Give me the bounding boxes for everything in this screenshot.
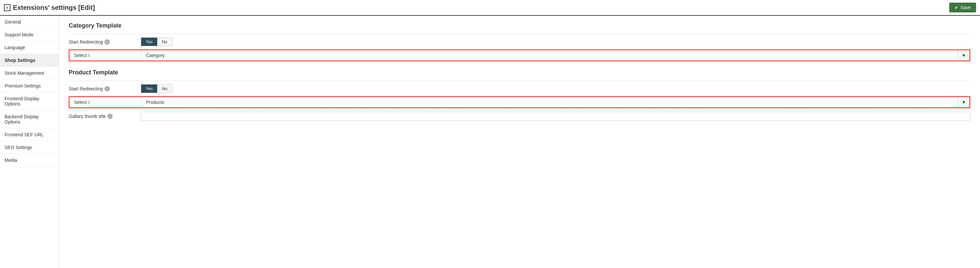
sidebar: General Support Mode Language Shop Setti…	[0, 16, 59, 268]
category-select-arrow-icon[interactable]: ▼	[958, 50, 969, 61]
save-button[interactable]: ✔ Save	[949, 3, 976, 13]
sidebar-item-frontend-sef-url[interactable]: Frontend SEF URL	[0, 128, 59, 141]
sidebar-item-support-mode[interactable]: Support Mode	[0, 29, 59, 41]
sidebar-item-premium-settings[interactable]: Premium Settings	[0, 80, 59, 93]
category-select-row: Select i Category ▼	[69, 49, 970, 61]
gallery-thumb-title-label: Gallary thumb title i	[69, 114, 141, 119]
category-no-button[interactable]: No	[157, 38, 172, 46]
category-yes-no-toggle[interactable]: Yes No	[141, 37, 172, 46]
sidebar-item-media[interactable]: Media	[0, 154, 59, 167]
main-content: Category Template Start Redirecting i Ye…	[59, 16, 980, 268]
product-start-redirecting-label: Start Redirecting i	[69, 86, 141, 91]
sidebar-item-backend-display-options[interactable]: Backend Display Options	[0, 110, 59, 128]
save-icon: ✔	[955, 5, 958, 10]
gallery-thumb-info-icon: i	[107, 114, 113, 119]
sidebar-item-shop-settings[interactable]: Shop Settings	[0, 54, 59, 67]
sidebar-item-seo-settings[interactable]: SEO Settings	[0, 141, 59, 154]
product-select-row: Select i Products ▼	[69, 96, 970, 108]
product-redirecting-info-icon: i	[105, 86, 110, 91]
product-yes-button[interactable]: Yes	[141, 85, 157, 93]
product-select-arrow-icon[interactable]: ▼	[958, 97, 969, 107]
product-start-redirecting-row: Start Redirecting i Yes No	[69, 81, 970, 96]
sidebar-item-language[interactable]: Language	[0, 41, 59, 54]
category-start-redirecting-row: Start Redirecting i Yes No	[69, 34, 970, 49]
category-start-redirecting-label: Start Redirecting i	[69, 39, 141, 45]
sidebar-item-frontend-display-options[interactable]: Frontend Display Options	[0, 93, 59, 110]
gallery-thumb-title-input[interactable]	[141, 112, 970, 121]
product-select-value[interactable]: Products	[142, 97, 958, 107]
sidebar-item-general[interactable]: General	[0, 16, 59, 29]
category-select-value[interactable]: Category	[142, 50, 958, 61]
product-template-title: Product Template	[69, 69, 970, 76]
gallery-thumb-title-row: Gallary thumb title i	[69, 108, 970, 124]
product-select-label-cell: Select i	[70, 97, 142, 107]
gallery-thumb-title-control	[141, 112, 970, 121]
category-template-title: Category Template	[69, 22, 970, 29]
product-redirecting-toggle: Yes No	[141, 84, 970, 93]
page-title: ≡ Extensions' settings [Edit]	[4, 4, 95, 11]
category-select-label-cell: Select i	[70, 50, 142, 61]
product-no-button[interactable]: No	[157, 85, 172, 93]
product-yes-no-toggle[interactable]: Yes No	[141, 84, 172, 93]
category-yes-button[interactable]: Yes	[141, 38, 157, 46]
category-redirecting-toggle: Yes No	[141, 37, 970, 46]
product-select-info-icon: i	[88, 100, 89, 105]
title-icon: ≡	[4, 4, 11, 11]
sidebar-item-stock-management[interactable]: Stock Management	[0, 67, 59, 80]
category-select-info-icon: i	[88, 53, 89, 58]
category-redirecting-info-icon: i	[105, 39, 110, 45]
